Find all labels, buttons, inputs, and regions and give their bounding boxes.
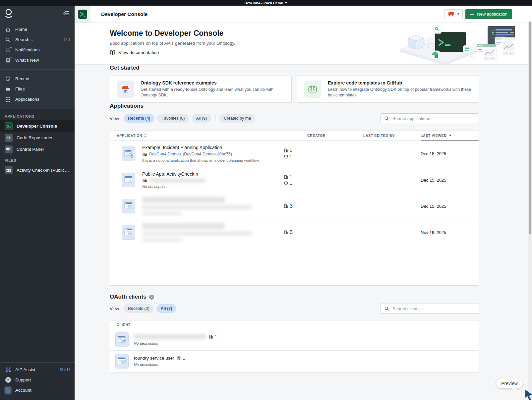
- sidebar: Home Search... ⌘J Notifications What's N…: [0, 6, 75, 400]
- ontology-count: 1: [290, 148, 292, 153]
- storefront-icon: [117, 81, 134, 98]
- page-title: Developer Console: [101, 11, 148, 17]
- sidebar-item-notifications[interactable]: Notifications: [0, 45, 75, 55]
- building-icon: [209, 335, 213, 339]
- cursor-pointer: [525, 390, 532, 400]
- sidebar-item-account[interactable]: Account: [0, 385, 75, 395]
- get-started-title: Get started: [110, 65, 479, 71]
- column-last-viewed-sort[interactable]: LAST VIEWED: [421, 131, 479, 141]
- column-creator[interactable]: CREATOR: [307, 134, 363, 138]
- applications-search-input[interactable]: [392, 116, 475, 121]
- filter-created-by-me[interactable]: Created by me: [219, 114, 255, 123]
- content-body: Get started Ontology SDK reference examp…: [75, 65, 532, 373]
- collapse-sidebar-icon[interactable]: [63, 11, 69, 17]
- new-application-button[interactable]: New application: [465, 9, 512, 19]
- plus-icon: [470, 12, 474, 16]
- card-description: Learn how to integrate Ontology SDK on t…: [328, 87, 472, 98]
- applications-searchbox[interactable]: [381, 113, 479, 123]
- sidebar-item-label: Applications: [15, 97, 39, 102]
- sidebar-item-activity-checkin[interactable]: Activity Check-in (Public …: [0, 164, 75, 176]
- avatar: [5, 387, 11, 394]
- environment-title[interactable]: DevCon4 - Pack Demo: [245, 1, 283, 5]
- palantir-logo: [4, 8, 13, 20]
- application-row[interactable]: Public App: ActivityCheckIn No descripti…: [110, 167, 479, 193]
- sidebar-item-label: Home: [15, 27, 27, 32]
- sidebar-item-files[interactable]: Files: [0, 84, 75, 94]
- caret-down-icon: [449, 135, 452, 137]
- project-folder-icon: [142, 152, 147, 156]
- column-last-edited-by[interactable]: LAST EDITED BY: [363, 134, 421, 138]
- sidebar-item-developer-console[interactable]: Developer Console: [0, 120, 75, 132]
- shield-icon: [284, 155, 288, 159]
- sidebar-item-aip-assist[interactable]: AIP Assist ⌘⇧U: [0, 365, 75, 375]
- activity-checkin-icon: [5, 166, 13, 174]
- applications-section-label: APPLICATIONS: [0, 111, 75, 120]
- view-documentation-link[interactable]: View documentation: [110, 50, 159, 55]
- redacted-subtitle: [142, 205, 252, 209]
- sidebar-item-home[interactable]: Home: [0, 24, 75, 34]
- client-name[interactable]: foundry service user: [134, 356, 174, 361]
- filter-favorites[interactable]: Favorites (0): [157, 114, 189, 123]
- oauth-searchbox[interactable]: [381, 304, 479, 314]
- ontology-count: 3: [290, 203, 293, 209]
- column-label: CREATOR: [307, 134, 325, 138]
- card-title: Ontology SDK reference examples: [141, 80, 285, 86]
- applications-table-header: APPLICATION CREATOR LAST EDITED BY LAST …: [110, 131, 479, 141]
- application-row[interactable]: Example: Incident Planning Application D…: [110, 141, 479, 167]
- help-icon[interactable]: ?: [149, 295, 154, 300]
- environment-bar[interactable]: DevCon4 - Pack Demo: [0, 0, 532, 6]
- header-actions: New application: [444, 9, 512, 19]
- sidebar-item-label: Account: [15, 388, 31, 393]
- oauth-client-row[interactable]: foundry service user 1 No description: [110, 350, 479, 371]
- ontology-count: 1: [215, 334, 217, 339]
- sidebar-item-whats-new[interactable]: What's New: [0, 55, 75, 65]
- ontology-selector-button[interactable]: [444, 9, 463, 19]
- sidebar-item-support[interactable]: ? Support: [0, 375, 75, 385]
- sidebar-header: [0, 6, 75, 22]
- oauth-search-input[interactable]: [392, 306, 475, 312]
- oauth-filter-all[interactable]: All (7): [156, 304, 177, 313]
- filter-recents[interactable]: Recents (4): [124, 114, 154, 123]
- oauth-filter-recents[interactable]: Recents (0): [124, 304, 154, 313]
- divider: [0, 69, 75, 70]
- application-title[interactable]: Public App: ActivityCheckIn: [142, 171, 206, 177]
- sidebar-item-recent[interactable]: Recent: [0, 74, 75, 84]
- column-label: APPLICATION: [117, 134, 142, 138]
- search-shortcut: ⌘J: [64, 37, 70, 42]
- search-icon: [384, 306, 389, 311]
- get-started-cards: Ontology SDK reference examples Get star…: [110, 76, 479, 103]
- application-description: this is a notional application that show…: [142, 158, 259, 162]
- oauth-client-row[interactable]: 1 No description: [110, 329, 479, 350]
- card-text: Explore code templates in GitHub Learn h…: [328, 80, 472, 98]
- redacted-description: [142, 238, 182, 242]
- last-viewed-date: Nov 19, 2025: [421, 230, 479, 235]
- scope-count: 1: [290, 154, 292, 159]
- new-application-label: New application: [477, 12, 507, 17]
- application-icon: [122, 173, 135, 187]
- view-documentation-label: View documentation: [119, 50, 159, 55]
- column-client[interactable]: CLIENT: [110, 323, 479, 327]
- sidebar-item-search[interactable]: Search... ⌘J: [0, 34, 75, 45]
- oauth-filter-row: View Recents (0) All (7): [110, 304, 479, 314]
- card-ontology-sdk-examples[interactable]: Ontology SDK reference examples Get star…: [110, 76, 292, 103]
- building-icon: [284, 230, 288, 234]
- application-row[interactable]: 3 Nov 19, 2025: [110, 219, 479, 245]
- project-id: (DevCon4 Demos-10bc75): [183, 152, 232, 156]
- scrollbar-track[interactable]: [528, 21, 532, 400]
- building-icon: [284, 148, 288, 152]
- building-icon: [284, 204, 288, 208]
- application-title[interactable]: Example: Incident Planning Application: [142, 145, 259, 150]
- scrollbar-thumb[interactable]: [529, 22, 531, 234]
- filter-all[interactable]: All (9): [192, 114, 211, 123]
- project-link[interactable]: DevCon4 Demos: [149, 152, 181, 156]
- application-row[interactable]: 3 Dec 15, 2025: [110, 193, 479, 219]
- column-application[interactable]: APPLICATION: [110, 134, 284, 138]
- history-icon: [5, 76, 11, 82]
- scope-count: 1: [290, 181, 292, 186]
- card-code-templates-github[interactable]: Explore code templates in GitHub Learn h…: [297, 76, 479, 103]
- sidebar-item-applications[interactable]: Applications: [0, 94, 75, 104]
- divider: [0, 362, 75, 363]
- sidebar-item-control-panel[interactable]: Control Panel: [0, 143, 75, 155]
- sidebar-item-code-repositories[interactable]: Code Repositories: [0, 132, 75, 143]
- redacted-description: [142, 212, 182, 216]
